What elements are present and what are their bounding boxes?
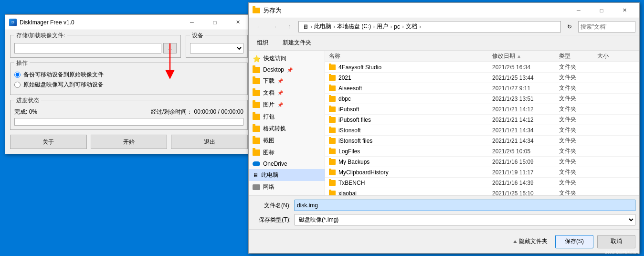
saveas-toolbar: 组织 新建文件夹 bbox=[249, 35, 639, 51]
radio-backup[interactable] bbox=[14, 72, 21, 78]
progress-time-value: 00:00:00 / 00:00:00 bbox=[194, 108, 243, 115]
sidebar-item-thispc[interactable]: 🖥 此电脑 bbox=[249, 169, 325, 181]
onedrive-icon bbox=[253, 161, 260, 166]
minimize-button[interactable]: ─ bbox=[181, 17, 203, 28]
filename-input[interactable] bbox=[295, 200, 635, 211]
file-date-cell: 2021/1/19 11:17 bbox=[492, 169, 559, 176]
sidebar-item-pictures[interactable]: 图片 📌 bbox=[249, 99, 325, 111]
sidebar-download-label: 下载 bbox=[263, 77, 274, 85]
file-type-cell: 文件夹 bbox=[559, 63, 597, 71]
progress-section-label: 进度状态 bbox=[14, 96, 41, 105]
saveas-sidebar: ⭐ 快速访问 Desktop 📌 下载 📌 文档 📌 图片 📌 bbox=[249, 51, 325, 195]
exit-button[interactable]: 退出 bbox=[171, 135, 248, 149]
file-rows-container: 4Easysoft Studio 2021/2/5 16:34 文件夹 2021… bbox=[325, 62, 639, 195]
file-date-cell: 2021/2/5 10:05 bbox=[492, 148, 559, 155]
sidebar-item-convert[interactable]: 格式转换 bbox=[249, 123, 325, 135]
sidebar-item-network[interactable]: 网络 bbox=[249, 181, 325, 193]
pin-icon-docs: 📌 bbox=[277, 90, 283, 96]
table-row[interactable]: xiaobai 2021/1/25 15:10 文件夹 bbox=[325, 188, 639, 195]
breadcrumb-path3[interactable]: 文档 bbox=[406, 22, 417, 31]
sidebar-item-desktop[interactable]: Desktop 📌 bbox=[249, 64, 325, 75]
operation-section: 操作 备份可移动设备到原始映像文件 原始磁盘映像写入到可移动设备 bbox=[10, 63, 248, 95]
breadcrumb-path2[interactable]: pc bbox=[394, 23, 400, 30]
file-type-cell: 文件夹 bbox=[559, 179, 597, 187]
nav-back-button[interactable]: ← bbox=[253, 21, 266, 32]
organize-button[interactable]: 组织 bbox=[253, 37, 273, 49]
network-icon bbox=[253, 184, 260, 190]
table-row[interactable]: 4Easysoft Studio 2021/2/5 16:34 文件夹 bbox=[325, 62, 639, 73]
file-name-cell: MyClipboardHistory bbox=[329, 169, 492, 176]
file-date-cell: 2021/1/25 13:44 bbox=[492, 75, 559, 81]
sidebar-desktop-label: Desktop bbox=[263, 66, 284, 73]
breadcrumb-drive[interactable]: 本地磁盘 (C:) bbox=[337, 22, 371, 31]
sidebar-item-onedrive[interactable]: OneDrive bbox=[249, 159, 325, 169]
table-row[interactable]: 2021 2021/1/25 13:44 文件夹 bbox=[325, 73, 639, 83]
table-row[interactable]: dbpc 2021/1/23 13:51 文件夹 bbox=[325, 94, 639, 104]
sidebar-item-icons[interactable]: 图标 bbox=[249, 147, 325, 159]
sidebar-item-download[interactable]: 下载 📌 bbox=[249, 75, 325, 87]
file-date-cell: 2021/1/21 14:34 bbox=[492, 138, 559, 144]
save-button[interactable]: 保存(S) bbox=[555, 235, 593, 248]
file-date-cell: 2021/1/21 14:34 bbox=[492, 127, 559, 134]
refresh-button[interactable]: ↻ bbox=[563, 21, 576, 32]
sidebar-item-screenshot[interactable]: 截图 bbox=[249, 135, 325, 147]
progress-bar-container bbox=[14, 118, 243, 126]
breadcrumb-root[interactable]: 此电脑 bbox=[314, 22, 331, 31]
operation-label: 操作 bbox=[14, 59, 30, 67]
diskimager-body: 存储/加载映像文件: ... 设备 操作 bbox=[5, 30, 253, 154]
search-input[interactable] bbox=[578, 21, 635, 32]
table-row[interactable]: iStonsoft files 2021/1/21 14:34 文件夹 bbox=[325, 136, 639, 146]
table-row[interactable]: iPubsoft 2021/1/21 14:12 文件夹 bbox=[325, 104, 639, 115]
file-date-cell: 2021/1/21 14:12 bbox=[492, 117, 559, 123]
filename-label: 文件名(N): bbox=[253, 202, 291, 210]
progress-complete: 完成: 0% bbox=[14, 108, 37, 116]
file-name-cell: iStonsoft files bbox=[329, 138, 492, 144]
nav-up-button[interactable]: ↑ bbox=[283, 21, 296, 32]
hide-folders-button[interactable]: 隐藏文件夹 bbox=[509, 234, 551, 249]
device-select[interactable] bbox=[190, 43, 243, 53]
browse-button[interactable]: ... bbox=[163, 43, 177, 53]
table-row[interactable]: My Backups 2021/1/16 15:09 文件夹 bbox=[325, 157, 639, 167]
sidebar-item-documents[interactable]: 文档 📌 bbox=[249, 87, 325, 99]
col-type-header[interactable]: 类型 bbox=[559, 52, 597, 60]
breadcrumb-path1[interactable]: 用户 bbox=[377, 22, 388, 31]
sidebar-pictures-label: 图片 bbox=[263, 101, 274, 109]
file-type-cell: 文件夹 bbox=[559, 84, 597, 92]
saveas-window: 另存为 ─ □ ✕ ← → ↑ 🖥 › 此电脑 › 本地磁盘 (C:) › 用户… bbox=[248, 2, 640, 254]
file-device-row: 存储/加载映像文件: ... 设备 bbox=[10, 35, 248, 58]
start-button[interactable]: 开始 bbox=[91, 135, 168, 149]
table-row[interactable]: TxBENCH 2021/1/16 14:39 文件夹 bbox=[325, 178, 639, 188]
col-name-header[interactable]: 名称 bbox=[329, 52, 492, 60]
about-button[interactable]: 关于 bbox=[10, 135, 87, 149]
file-input[interactable] bbox=[14, 43, 161, 53]
cancel-button[interactable]: 取消 bbox=[597, 235, 635, 248]
radio-backup-label: 备份可移动设备到原始映像文件 bbox=[23, 71, 104, 79]
radio-write[interactable] bbox=[14, 82, 21, 88]
maximize-button[interactable]: □ bbox=[204, 17, 226, 28]
nav-forward-button[interactable]: → bbox=[268, 21, 281, 32]
col-size-header[interactable]: 大小 bbox=[597, 52, 635, 60]
table-row[interactable]: LogFiles 2021/2/5 10:05 文件夹 bbox=[325, 146, 639, 157]
diskimager-title: DiskImager Free v1.0 bbox=[20, 19, 74, 26]
saveas-maximize-button[interactable]: □ bbox=[591, 5, 612, 16]
file-date-cell: 2021/1/21 14:12 bbox=[492, 106, 559, 113]
watermark: www.faxetu.com bbox=[604, 250, 639, 255]
table-row[interactable]: iStonsoft 2021/1/21 14:34 文件夹 bbox=[325, 125, 639, 136]
saveas-close-button[interactable]: ✕ bbox=[613, 5, 635, 16]
file-type-cell: 文件夹 bbox=[559, 158, 597, 166]
table-row[interactable]: MyClipboardHistory 2021/1/19 11:17 文件夹 bbox=[325, 167, 639, 178]
file-name-cell: My Backups bbox=[329, 159, 492, 165]
folder-icon bbox=[253, 67, 260, 73]
new-folder-button[interactable]: 新建文件夹 bbox=[278, 37, 316, 49]
pin-icon: 📌 bbox=[287, 67, 293, 73]
filetype-select[interactable]: 磁盘映像(*.img) bbox=[295, 214, 635, 225]
table-row[interactable]: iPubsoft files 2021/1/21 14:12 文件夹 bbox=[325, 115, 639, 125]
table-row[interactable]: Aiseesoft 2021/1/27 9:11 文件夹 bbox=[325, 83, 639, 94]
sidebar-item-pack[interactable]: 打包 bbox=[249, 111, 325, 123]
file-name-cell: iPubsoft files bbox=[329, 117, 492, 123]
saveas-minimize-button[interactable]: ─ bbox=[568, 5, 590, 16]
sidebar-icons-label: 图标 bbox=[263, 149, 274, 157]
close-button[interactable]: ✕ bbox=[227, 17, 249, 28]
saveas-bottom: 文件名(N): 保存类型(T): 磁盘映像(*.img) bbox=[249, 195, 639, 229]
sidebar-item-quickaccess[interactable]: ⭐ 快速访问 bbox=[249, 53, 325, 64]
